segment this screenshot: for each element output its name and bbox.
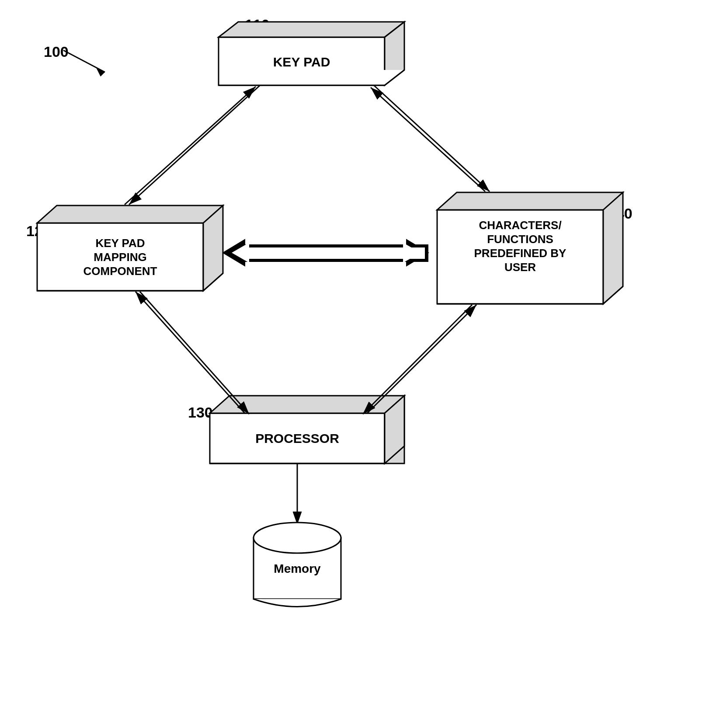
svg-line-22 <box>203 273 223 291</box>
svg-text:COMPONENT: COMPONENT <box>83 265 157 278</box>
svg-marker-28 <box>603 192 623 304</box>
svg-line-30 <box>603 286 623 304</box>
svg-line-47 <box>371 87 485 192</box>
svg-text:KEY PAD: KEY PAD <box>273 55 330 69</box>
svg-rect-59 <box>254 538 341 599</box>
svg-rect-52 <box>248 247 425 259</box>
svg-marker-48 <box>223 240 245 266</box>
svg-marker-19 <box>37 206 223 223</box>
svg-rect-11 <box>219 37 385 85</box>
svg-rect-49 <box>244 244 428 262</box>
svg-text:100: 100 <box>44 43 69 60</box>
svg-line-46 <box>374 85 490 192</box>
svg-marker-40 <box>385 396 404 463</box>
svg-text:120: 120 <box>26 223 51 239</box>
svg-marker-13 <box>385 22 404 85</box>
svg-text:USER: USER <box>504 261 536 274</box>
svg-text:MAPPING: MAPPING <box>94 251 146 264</box>
svg-text:KEY PAD: KEY PAD <box>95 237 145 250</box>
svg-line-57 <box>363 305 472 414</box>
svg-text:CHARACTERS/: CHARACTERS/ <box>479 219 561 232</box>
svg-point-60 <box>254 522 341 553</box>
svg-marker-51 <box>232 243 249 263</box>
svg-rect-18 <box>37 223 203 291</box>
svg-line-8 <box>208 415 223 421</box>
svg-marker-37 <box>385 396 404 463</box>
svg-line-16 <box>385 70 404 85</box>
svg-line-54 <box>136 292 245 413</box>
svg-marker-2 <box>96 68 105 77</box>
svg-marker-53 <box>403 243 421 263</box>
svg-line-10 <box>592 221 607 226</box>
svg-rect-35 <box>210 413 385 463</box>
svg-line-1 <box>63 50 105 72</box>
connections-svg: 100 110 120 130 140 KEY PAD <box>0 0 723 728</box>
svg-marker-12 <box>219 22 404 37</box>
svg-line-6 <box>48 234 63 240</box>
svg-line-4 <box>262 31 289 38</box>
svg-line-44 <box>129 85 260 205</box>
diagram-container: 100 110 120 130 140 KEY PAD <box>0 0 723 728</box>
svg-line-39 <box>385 446 404 463</box>
svg-marker-50 <box>407 240 428 266</box>
svg-line-45 <box>125 87 256 205</box>
svg-rect-26 <box>437 210 603 304</box>
svg-text:FUNCTIONS: FUNCTIONS <box>487 233 553 246</box>
svg-text:140: 140 <box>608 205 633 222</box>
svg-line-55 <box>140 292 249 414</box>
svg-marker-27 <box>437 192 623 210</box>
svg-text:110: 110 <box>245 16 270 33</box>
svg-text:PREDEFINED BY: PREDEFINED BY <box>474 247 567 260</box>
svg-text:PROCESSOR: PROCESSOR <box>255 431 339 446</box>
svg-line-56 <box>367 305 476 413</box>
svg-marker-14 <box>219 70 404 85</box>
svg-marker-20 <box>203 206 223 291</box>
svg-marker-36 <box>210 396 404 413</box>
svg-text:130: 130 <box>188 404 213 421</box>
svg-text:Memory: Memory <box>274 562 321 575</box>
